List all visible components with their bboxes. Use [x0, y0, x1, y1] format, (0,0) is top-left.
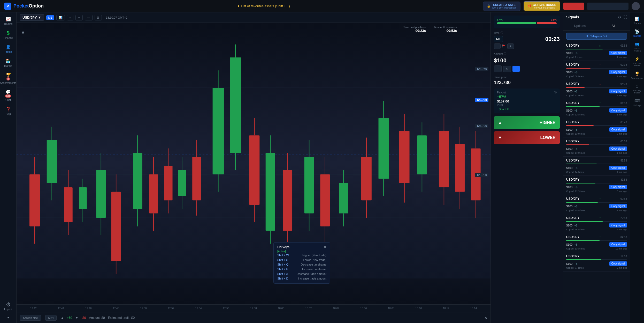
copy-signal-button[interactable]: Copy signal — [609, 127, 627, 132]
amount-currency-btn[interactable]: $ — [503, 66, 511, 72]
signal-row1: USD/JPY ↓ 00:43 — [566, 120, 627, 124]
time-label-13: 18:08 — [388, 307, 394, 310]
signals-nav-label: Signals — [633, 35, 641, 37]
copy-signal-button[interactable]: Copy signal — [609, 185, 627, 189]
payout-amount-display: $157.00 — [497, 99, 557, 103]
signal-meta: Copied: 74 times 1 min ago — [566, 171, 627, 173]
timeframe-selector[interactable]: M1 — [494, 36, 503, 42]
far-sidebar-tournament[interactable]: 🏆 Tournament — [631, 69, 644, 82]
chart-grid-btn[interactable]: ⊞ — [95, 15, 102, 20]
sidebar-item-logout[interactable]: ⏻ Logout — [1, 300, 16, 313]
btn-lower[interactable]: ▼ LOWER — [494, 131, 560, 144]
signal-meta: Copied: 1 times 7 sec ago — [566, 56, 627, 58]
signal-time: 04:53 — [620, 236, 627, 239]
left-sidebar: 📈 Trading 💲 Finance 👤 Profile 🏪 Market 🏆… — [0, 12, 17, 323]
far-sidebar-social-trading[interactable]: 👥 Social Trading — [631, 40, 644, 54]
amount-label: Amount ⓘ — [494, 52, 560, 56]
signal-row1: USD/JPY ↑ 19:53 — [566, 254, 627, 258]
signal-direction-icon: ↑ — [599, 178, 601, 181]
chart-settings-btn[interactable]: ≡ — [67, 15, 73, 20]
chart-canvas[interactable]: A Time until purchase 00:23s Time until … — [17, 23, 490, 304]
far-sidebar-trades[interactable]: 📊 Trades — [631, 14, 644, 27]
time-plus-btn[interactable]: + — [507, 43, 514, 49]
signal-ago: 4 min ago — [617, 228, 627, 231]
far-sidebar-express-trades[interactable]: ⚡ Express Trades — [631, 55, 644, 69]
telegram-bot-button[interactable]: ✈ Telegram Bot — [566, 33, 627, 40]
hotkey-row: Shift + DIncrease trade amount — [277, 276, 326, 281]
sidebar-item-market[interactable]: 🏪 Market — [1, 56, 16, 69]
account-info — [587, 3, 628, 10]
chat-icon: 💬 — [6, 90, 11, 94]
copy-signal-button[interactable]: Copy signal — [609, 204, 627, 208]
get-bonus-button[interactable]: 🎁 GET 50% BONUS on your first deposit — [524, 1, 560, 11]
signal-amount: $100 — [566, 90, 572, 93]
profit-amount-display: +$57.00 — [497, 107, 557, 111]
sidebar-item-finance[interactable]: 💲 Finance — [1, 28, 16, 41]
btn-higher[interactable]: ▲ HIGHER — [494, 116, 560, 129]
signal-item: USD/JPY ↓ 04:38 $100 +$ Copy signal Copi… — [563, 80, 630, 99]
screen-size-button[interactable]: Screen size — [20, 315, 41, 321]
user-avatar[interactable] — [632, 2, 640, 10]
tab-updates[interactable]: Updates — [563, 22, 597, 30]
sidebar-item-arrow[interactable]: ◀ — [1, 314, 16, 321]
chart-draw-btn[interactable]: ✏ — [75, 15, 83, 20]
signals-fullscreen-icon[interactable]: ⛶ — [623, 15, 627, 19]
strike-price-section: Strike price ⓘ 123.730 — [494, 75, 560, 85]
sidebar-item-chat[interactable]: 💬 634 Chat — [1, 87, 16, 104]
copy-signal-button[interactable]: Copy signal — [609, 108, 627, 113]
signal-row1: USD/JPY ↑ 39:53 — [566, 178, 627, 181]
amount-info: Amount: $0 — [89, 316, 105, 320]
amount-minus-btn[interactable]: − — [494, 65, 502, 72]
signal-plus-btn: +$ — [574, 71, 577, 74]
copy-signal-button[interactable]: Copy signal — [609, 89, 627, 93]
timeframe-button[interactable]: M1 — [46, 15, 54, 20]
asset-selector[interactable]: USD/JPY ▼ — [20, 14, 44, 21]
hotkeys-close-btn[interactable]: ✕ — [324, 245, 326, 249]
payout-section: 67% 33% — [494, 16, 560, 28]
time-label-15: 18:12 — [443, 307, 449, 310]
svg-rect-41 — [230, 57, 241, 153]
svg-rect-38 — [213, 88, 224, 174]
copy-signal-button[interactable]: Copy signal — [609, 146, 627, 151]
signal-row2: $100 +$ Copy signal — [566, 166, 627, 170]
time-minus-btn[interactable]: − — [494, 43, 501, 49]
bottom-bar-close-btn[interactable]: ✕ — [484, 316, 487, 320]
price-level-1: 123.740 — [475, 67, 488, 71]
sidebar-item-achievements[interactable]: 🏆 2 Achievements — [1, 70, 16, 86]
copy-signal-button[interactable]: Copy signal — [609, 242, 627, 247]
payout-bar-left-pct: 67% — [497, 18, 503, 21]
signal-plus-btn: +$ — [574, 90, 577, 93]
signals-settings-icon[interactable]: ⚙ — [618, 15, 621, 19]
copy-signal-button[interactable]: Copy signal — [609, 51, 627, 55]
sidebar-item-profile[interactable]: 👤 Profile — [1, 42, 16, 55]
chart-type-btn[interactable]: 📊 — [56, 15, 65, 20]
payout-bar-right-pct: 33% — [551, 18, 557, 21]
far-sidebar-hotkeys[interactable]: ⌨ Hotkeys — [631, 97, 644, 109]
copy-signal-button[interactable]: Copy signal — [609, 261, 627, 266]
signal-amount-copied: $100 +$ — [566, 185, 577, 189]
signal-bar — [566, 164, 627, 164]
sidebar-item-help[interactable]: ❓ Help — [1, 105, 16, 118]
hotkey-key: Shift + W — [277, 254, 289, 257]
signal-pair: USD/JPY — [566, 120, 579, 124]
signal-direction-icon: ↓ — [599, 140, 601, 143]
copy-signal-button[interactable]: Copy signal — [609, 70, 627, 74]
signal-bar-fill — [566, 202, 598, 203]
signal-plus-btn: +$ — [574, 148, 577, 150]
chart-container: USD/JPY ▼ M1 📊 ≡ ✏ — ⊞ 18:10:07 GMT+2 A … — [17, 12, 490, 323]
far-sidebar-pending-trades[interactable]: ⏱ Pending trades — [631, 82, 644, 96]
signals-list[interactable]: USD/JPY ↑↑ 09:53 $100 +$ Copy signal Cop… — [563, 42, 630, 323]
payout-info-label: Payout — [497, 91, 506, 94]
bottom-bar: Screen size M34 ▲ +$0 ▼ -$0 Amount: $0 E… — [17, 312, 490, 323]
copy-signal-button[interactable]: Copy signal — [609, 223, 627, 227]
time-label-14: 18:10 — [415, 307, 422, 310]
create-safe-button[interactable]: 🔒 CREATE A SAFE with a 10% interest rate — [483, 2, 520, 11]
favorites-bar[interactable]: ★ List of favorites assets (Shift + F) — [44, 4, 483, 8]
sidebar-item-trading[interactable]: 📈 Trading — [1, 14, 16, 27]
amount-plus-btn[interactable]: + — [512, 66, 520, 72]
chart-minus-btn[interactable]: — — [85, 15, 93, 20]
copy-signal-button[interactable]: Copy signal — [609, 166, 627, 170]
signal-row2: $100 +$ Copy signal — [566, 185, 627, 189]
far-sidebar-signals[interactable]: 📡 Signals — [631, 27, 644, 39]
tab-all[interactable]: All — [597, 22, 630, 30]
